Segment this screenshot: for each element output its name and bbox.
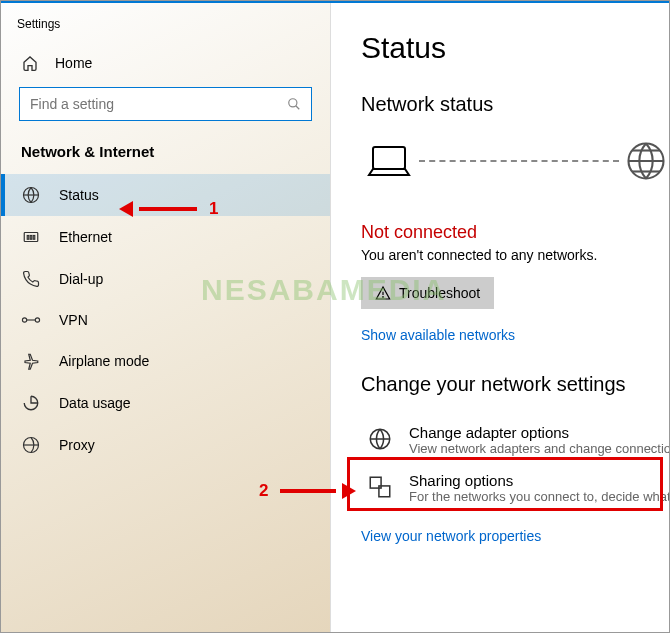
- not-connected-desc: You aren't connected to any networks.: [361, 247, 669, 263]
- main-content: Status Network status Not connected You …: [331, 3, 669, 632]
- opt2-label: Sharing options: [409, 472, 669, 489]
- sidebar-item-label: Dial-up: [59, 271, 103, 287]
- svg-rect-13: [373, 147, 405, 169]
- show-networks-link[interactable]: Show available networks: [361, 327, 669, 343]
- globe-icon: [21, 186, 41, 204]
- view-properties-link[interactable]: View your network properties: [361, 528, 669, 544]
- proxy-icon: [21, 436, 41, 454]
- opt2-desc: For the networks you connect to, decide …: [409, 489, 669, 504]
- sidebar-item-ethernet[interactable]: Ethernet: [1, 216, 330, 258]
- svg-point-9: [35, 318, 39, 322]
- sidebar-item-vpn[interactable]: VPN: [1, 300, 330, 340]
- svg-point-19: [383, 297, 384, 298]
- vpn-icon: [21, 313, 41, 327]
- not-connected-label: Not connected: [361, 222, 669, 243]
- opt1-desc: View network adapters and change connect…: [409, 441, 669, 456]
- svg-rect-6: [30, 236, 32, 240]
- sidebar-item-status[interactable]: Status: [1, 174, 330, 216]
- network-status-heading: Network status: [361, 93, 669, 116]
- home-label: Home: [55, 55, 92, 71]
- data-usage-icon: [21, 394, 41, 412]
- sidebar-item-label: VPN: [59, 312, 88, 328]
- change-settings-heading: Change your network settings: [361, 373, 669, 396]
- change-adapter-option[interactable]: Change adapter options View network adap…: [361, 416, 669, 464]
- sidebar-item-label: Airplane mode: [59, 353, 149, 369]
- search-input[interactable]: [30, 96, 287, 112]
- svg-rect-4: [24, 233, 38, 242]
- svg-rect-7: [33, 236, 35, 240]
- troubleshoot-button[interactable]: Troubleshoot: [361, 277, 494, 309]
- sidebar-item-label: Status: [59, 187, 99, 203]
- sidebar-item-datausage[interactable]: Data usage: [1, 382, 330, 424]
- sidebar: Settings Home Network & Internet Status: [1, 3, 331, 632]
- airplane-icon: [21, 352, 41, 370]
- ethernet-icon: [21, 228, 41, 246]
- svg-point-8: [22, 318, 26, 322]
- sidebar-item-dialup[interactable]: Dial-up: [1, 258, 330, 300]
- home-icon: [21, 55, 39, 71]
- sidebar-item-label: Proxy: [59, 437, 95, 453]
- section-title: Network & Internet: [1, 135, 330, 174]
- page-title: Status: [361, 31, 669, 65]
- troubleshoot-label: Troubleshoot: [399, 285, 480, 301]
- sidebar-item-airplane[interactable]: Airplane mode: [1, 340, 330, 382]
- warning-icon: [375, 285, 391, 301]
- network-diagram: [361, 140, 669, 182]
- svg-point-0: [289, 99, 297, 107]
- app-title: Settings: [1, 11, 330, 45]
- search-box[interactable]: [19, 87, 312, 121]
- laptop-icon: [365, 141, 413, 181]
- sidebar-item-label: Data usage: [59, 395, 131, 411]
- sidebar-item-proxy[interactable]: Proxy: [1, 424, 330, 466]
- svg-rect-5: [27, 236, 29, 240]
- globe-large-icon: [625, 140, 667, 182]
- home-nav[interactable]: Home: [1, 45, 330, 81]
- sharing-option[interactable]: Sharing options For the networks you con…: [361, 464, 669, 512]
- sharing-icon: [367, 472, 393, 504]
- sidebar-item-label: Ethernet: [59, 229, 112, 245]
- svg-line-1: [296, 106, 300, 110]
- phone-icon: [21, 270, 41, 288]
- adapter-icon: [367, 424, 393, 456]
- opt1-label: Change adapter options: [409, 424, 669, 441]
- search-icon: [287, 97, 301, 111]
